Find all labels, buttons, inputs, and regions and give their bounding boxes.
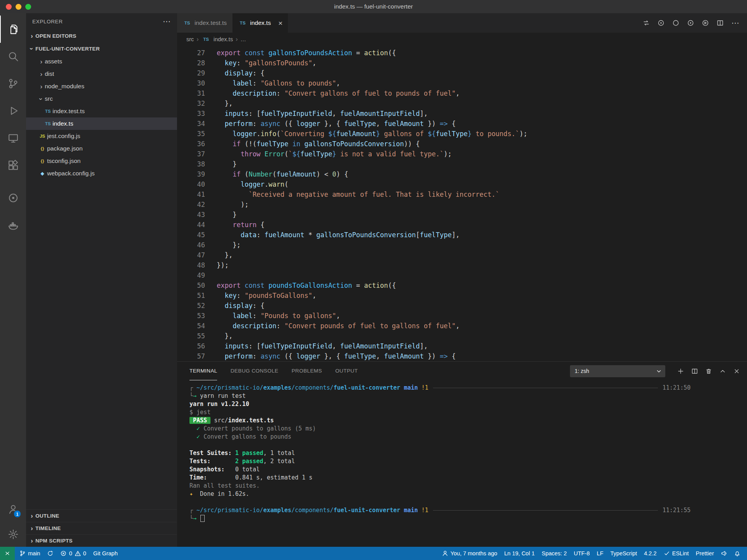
- docker-whale-icon: [8, 220, 19, 231]
- zoom-window-button[interactable]: [25, 4, 31, 10]
- tree-item-webpack.config.js[interactable]: ◈webpack.config.js: [26, 167, 177, 180]
- panel-tab-debug-console[interactable]: DEBUG CONSOLE: [230, 362, 278, 380]
- status-git-branch[interactable]: main: [16, 547, 44, 560]
- sidebar-section-outline[interactable]: OUTLINE: [26, 509, 177, 522]
- terminal-actions: 1: zsh: [570, 365, 740, 377]
- circle-dot-icon[interactable]: [658, 19, 665, 26]
- code-line: 29 display: {: [177, 68, 747, 78]
- status-indentation[interactable]: Spaces: 2: [538, 547, 570, 560]
- panel-tab-terminal[interactable]: TERMINAL: [189, 362, 217, 380]
- status-typescript-version[interactable]: 4.2.2: [640, 547, 660, 560]
- sidebar-section-timeline[interactable]: TIMELINE: [26, 522, 177, 534]
- status-language-mode[interactable]: TypeScript: [607, 547, 641, 560]
- tab-label: index.ts: [250, 19, 271, 26]
- code-line: 40 logger.warn(: [177, 179, 747, 189]
- run-tests-icon[interactable]: [702, 19, 709, 26]
- tab-index.ts[interactable]: TSindex.ts: [233, 13, 289, 33]
- window-title: index.ts — fuel-unit-converter: [0, 3, 747, 10]
- file-label: jest.config.js: [47, 133, 80, 140]
- status-prettier[interactable]: Prettier: [692, 547, 717, 560]
- status-feedback[interactable]: [717, 547, 731, 560]
- file-label: assets: [45, 58, 62, 65]
- terminal-shell-selector[interactable]: 1: zsh: [570, 365, 665, 377]
- code-line: 48});: [177, 260, 747, 270]
- code-editor[interactable]: 27export const gallonsToPoundsAction = a…: [177, 46, 747, 361]
- activity-accounts[interactable]: 1: [0, 497, 26, 522]
- activity-settings[interactable]: [0, 522, 26, 547]
- tree-item-jest.config.js[interactable]: JSjest.config.js: [26, 130, 177, 142]
- terminal-line: └→: [189, 514, 691, 523]
- activity-search[interactable]: [0, 43, 26, 70]
- status-git-graph[interactable]: Git Graph: [90, 547, 121, 560]
- status-blame-annotation[interactable]: You, 7 months ago: [438, 547, 501, 560]
- prompt-divider: [433, 510, 658, 511]
- file-label: dist: [45, 70, 54, 77]
- split-terminal-icon[interactable]: [691, 368, 698, 374]
- tree-item-assets[interactable]: assets: [26, 55, 177, 68]
- tab-index.test.ts[interactable]: TSindex.test.ts: [177, 13, 233, 33]
- line-number: 53: [177, 311, 217, 321]
- code-line: 37 throw Error(`${fuelType} is not a val…: [177, 149, 747, 159]
- ts-file-icon: TS: [202, 37, 211, 42]
- code-line: 35 logger.info(`Converting ${fuelAmount}…: [177, 129, 747, 139]
- activity-remote-explorer[interactable]: [0, 124, 26, 152]
- close-panel-icon[interactable]: [733, 368, 740, 374]
- close-window-button[interactable]: [6, 4, 12, 10]
- line-number: 55: [177, 331, 217, 341]
- source-control-icon: [8, 78, 19, 89]
- code-line: 32 },: [177, 98, 747, 108]
- status-problems[interactable]: 00: [57, 547, 89, 560]
- split-editor-icon[interactable]: [717, 19, 724, 26]
- activity-explorer[interactable]: [0, 16, 26, 43]
- chevron-collapsed-icon: [38, 58, 45, 65]
- panel-tab-output[interactable]: OUTPUT: [335, 362, 358, 380]
- open-editors-section[interactable]: OPEN EDITORS: [26, 30, 177, 42]
- tree-item-src[interactable]: src: [26, 93, 177, 105]
- activity-source-control[interactable]: [0, 70, 26, 97]
- status-encoding[interactable]: UTF-8: [570, 547, 593, 560]
- breadcrumb-item[interactable]: …: [240, 36, 246, 42]
- tab-bar: TSindex.test.tsTSindex.ts ⋯: [177, 13, 747, 33]
- activity-run-debug[interactable]: [0, 97, 26, 124]
- status-sync-changes[interactable]: [44, 547, 57, 560]
- line-number: 36: [177, 139, 217, 149]
- new-terminal-icon[interactable]: [677, 368, 684, 374]
- panel-header: TERMINALDEBUG CONSOLEPROBLEMSOUTPUT 1: z…: [177, 362, 747, 380]
- tree-item-dist[interactable]: dist: [26, 68, 177, 80]
- minimize-window-button[interactable]: [16, 4, 21, 10]
- more-actions-icon[interactable]: ⋯: [163, 18, 171, 25]
- circle-outline-icon[interactable]: [672, 19, 679, 26]
- kill-terminal-icon[interactable]: [705, 368, 712, 374]
- prompt-timestamp: 11:21:55: [663, 506, 691, 514]
- close-icon[interactable]: [278, 19, 282, 27]
- tree-item-index.ts[interactable]: TSindex.ts: [26, 117, 177, 130]
- open-changes-icon[interactable]: [643, 19, 650, 26]
- code-line: 38 }: [177, 159, 747, 169]
- terminal-output[interactable]: ┌ ~/src/prismatic-io/examples/components…: [177, 380, 747, 547]
- breadcrumb-item[interactable]: src: [186, 36, 194, 42]
- circle-dot-icon[interactable]: [687, 19, 694, 26]
- status-notifications[interactable]: [731, 547, 744, 560]
- status-eol-sequence[interactable]: LF: [593, 547, 607, 560]
- terminal-line: PASS src/index.test.ts: [189, 416, 691, 425]
- tree-item-tsconfig.json[interactable]: {}tsconfig.json: [26, 155, 177, 167]
- panel-tab-problems[interactable]: PROBLEMS: [291, 362, 322, 380]
- tree-item-package.json[interactable]: {}package.json: [26, 142, 177, 155]
- activity-extensions[interactable]: [0, 152, 26, 179]
- breadcrumb-item[interactable]: index.ts: [214, 36, 233, 42]
- editor-action-icons: ⋯: [643, 13, 747, 33]
- maximize-panel-icon[interactable]: [719, 368, 726, 374]
- sidebar-section-npm-scripts[interactable]: NPM SCRIPTS: [26, 534, 177, 547]
- code-line: 41 `Received a negative amount of fuel. …: [177, 189, 747, 200]
- activity-docker[interactable]: [0, 212, 26, 239]
- more-actions-icon[interactable]: ⋯: [731, 19, 739, 27]
- activity-test-explorer[interactable]: [0, 184, 26, 212]
- status-eslint[interactable]: ESLint: [660, 547, 693, 560]
- tree-item-index.test.ts[interactable]: TSindex.test.ts: [26, 105, 177, 117]
- activity-bar: 1: [0, 13, 26, 547]
- code-line: 47 },: [177, 250, 747, 260]
- tree-item-node_modules[interactable]: node_modules: [26, 80, 177, 93]
- status-cursor-position[interactable]: Ln 19, Col 1: [501, 547, 538, 560]
- status-remote-indicator[interactable]: [0, 547, 15, 560]
- workspace-section[interactable]: FUEL-UNIT-CONVERTER: [26, 42, 177, 55]
